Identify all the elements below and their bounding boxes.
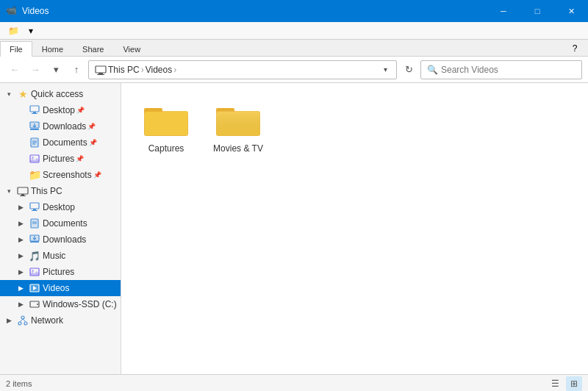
list-view-button[interactable]: ☰: [547, 376, 563, 391]
refresh-button[interactable]: ↻: [400, 61, 417, 79]
downloads-icon: [29, 121, 40, 132]
sidebar-item-videos-pc[interactable]: ▶ Videos: [0, 280, 121, 296]
desktop-icon: [29, 104, 40, 116]
svg-rect-19: [32, 210, 37, 211]
address-path: This PC › Videos ›: [95, 64, 381, 76]
this-pc-label: This PC: [31, 186, 62, 196]
qat-folder-button[interactable]: 📁: [6, 24, 21, 38]
address-bar-row: ← → ▾ ↑ This PC › Videos › ▾ ↻ 🔍: [0, 57, 588, 83]
svg-rect-17: [30, 203, 39, 209]
sidebar-desktop-quick-label: Desktop: [43, 105, 75, 115]
pin-icon-documents: 📌: [89, 139, 97, 146]
title-bar-left: 📹 Videos: [6, 5, 49, 17]
sidebar-item-pictures-pc[interactable]: ▶ Pictures: [0, 264, 121, 280]
folder-captures-icon: [143, 101, 190, 139]
sidebar-item-desktop-quick[interactable]: Desktop 📌: [0, 102, 121, 118]
network-header[interactable]: ▶ Network: [0, 312, 121, 329]
quick-access-header[interactable]: ▾ ★ Quick access: [0, 86, 121, 102]
svg-rect-18: [33, 209, 36, 210]
screenshots-icon: 📁: [29, 169, 40, 181]
sidebar-item-documents-pc[interactable]: ▶ Documents: [0, 215, 121, 232]
tab-share[interactable]: Share: [73, 41, 113, 57]
sidebar: ▾ ★ Quick access Desktop 📌 Downloads 📌 D…: [0, 83, 121, 374]
svg-rect-15: [21, 194, 24, 196]
sidebar-music-pc-label: Music: [43, 251, 65, 261]
sidebar-pictures-pc-label: Pictures: [43, 267, 74, 277]
item-count: 2 items: [6, 379, 32, 388]
pictures-pc-icon: [29, 266, 40, 278]
sidebar-item-music-pc[interactable]: ▶ 🎵 Music: [0, 248, 121, 264]
svg-rect-3: [30, 106, 39, 112]
dropdown-button[interactable]: ▾: [47, 61, 65, 79]
sidebar-downloads-quick-label: Downloads: [43, 121, 86, 132]
svg-line-34: [20, 319, 23, 322]
close-button[interactable]: ✕: [554, 0, 588, 22]
status-right: ☰ ⊞: [547, 376, 582, 391]
minimize-button[interactable]: ─: [487, 0, 520, 22]
sidebar-item-downloads-quick[interactable]: Downloads 📌: [0, 118, 121, 134]
folder-captures-label: Captures: [148, 143, 184, 154]
svg-point-30: [37, 304, 38, 305]
sidebar-downloads-pc-label: Downloads: [43, 234, 86, 245]
quick-access-expand[interactable]: ▾: [3, 88, 15, 100]
main-layout: ▾ ★ Quick access Desktop 📌 Downloads 📌 D…: [0, 83, 588, 374]
desktop-pc-icon: [29, 201, 40, 213]
tab-view[interactable]: View: [113, 41, 150, 57]
maximize-button[interactable]: □: [520, 0, 554, 22]
pin-icon-pictures: 📌: [76, 155, 84, 162]
svg-rect-5: [32, 113, 37, 114]
address-dropdown-btn[interactable]: ▾: [381, 65, 390, 73]
sidebar-item-documents-quick[interactable]: Documents 📌: [0, 134, 121, 151]
up-button[interactable]: ↑: [68, 61, 85, 79]
details-view-button[interactable]: ⊞: [566, 376, 582, 391]
svg-rect-0: [96, 66, 106, 73]
svg-line-35: [23, 319, 26, 322]
sidebar-documents-quick-label: Documents: [43, 137, 87, 148]
search-box[interactable]: 🔍: [420, 60, 582, 79]
tab-home[interactable]: Home: [32, 41, 73, 57]
sidebar-item-screenshots-quick[interactable]: 📁 Screenshots 📌: [0, 167, 121, 183]
sidebar-item-windows-ssd[interactable]: ▶ Windows-SSD (C:): [0, 296, 121, 312]
svg-point-32: [18, 322, 21, 325]
search-icon: 🔍: [427, 65, 438, 75]
help-button[interactable]: ?: [567, 41, 582, 56]
sidebar-screenshots-quick-label: Screenshots: [43, 170, 92, 180]
pin-icon-downloads: 📌: [87, 123, 96, 130]
network-expand[interactable]: ▶: [3, 315, 15, 326]
svg-rect-7: [30, 129, 39, 130]
pin-icon-desktop: 📌: [76, 107, 85, 114]
sidebar-item-pictures-quick[interactable]: Pictures 📌: [0, 151, 121, 167]
this-pc-expand[interactable]: ▾: [3, 185, 15, 197]
svg-point-33: [24, 322, 27, 325]
sidebar-pictures-quick-label: Pictures: [43, 154, 74, 164]
address-box[interactable]: This PC › Videos › ▾: [88, 60, 397, 79]
drive-icon: [29, 298, 40, 310]
svg-rect-1: [98, 73, 103, 74]
svg-rect-43: [216, 111, 260, 136]
this-pc-header[interactable]: ▾ This PC: [0, 183, 121, 199]
back-button[interactable]: ←: [6, 61, 24, 79]
content-area: Captures: [121, 83, 588, 374]
svg-rect-14: [18, 187, 28, 194]
music-pc-icon: 🎵: [29, 250, 40, 262]
sidebar-documents-pc-label: Documents: [43, 218, 87, 229]
folder-movies-tv[interactable]: Movies & TV: [205, 95, 271, 159]
svg-rect-4: [33, 112, 36, 113]
forward-button[interactable]: →: [26, 61, 44, 79]
sidebar-item-downloads-pc[interactable]: ▶ Downloads: [0, 232, 121, 248]
sidebar-videos-pc-label: Videos: [43, 283, 69, 293]
sidebar-windows-ssd-label: Windows-SSD (C:): [43, 299, 117, 309]
svg-point-13: [32, 157, 34, 159]
pictures-icon-quick: [29, 153, 40, 165]
qat-dropdown-button[interactable]: ▾: [24, 24, 38, 38]
tab-file[interactable]: File: [0, 41, 32, 57]
folder-movies-tv-icon: [215, 101, 262, 139]
folder-captures[interactable]: Captures: [133, 95, 199, 159]
sidebar-item-desktop-pc[interactable]: ▶ Desktop: [0, 199, 121, 215]
title-controls: ─ □ ✕: [487, 0, 588, 22]
quick-access-star-icon: ★: [17, 88, 29, 100]
search-input[interactable]: [441, 65, 576, 75]
app-icon: 📹: [6, 5, 18, 17]
svg-rect-16: [20, 196, 26, 196]
ribbon-tabs: File Home Share View ?: [0, 40, 588, 57]
